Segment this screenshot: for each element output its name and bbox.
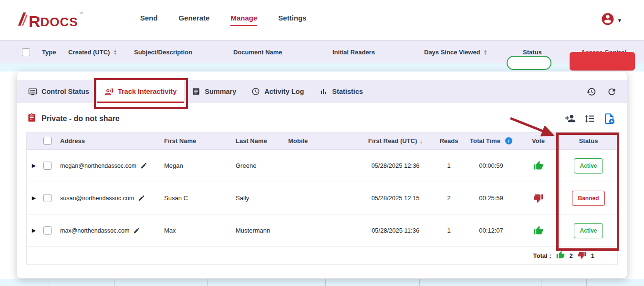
clipboard-icon xyxy=(27,112,36,124)
tab-summary[interactable]: Summary xyxy=(184,80,244,103)
thumbs-down-icon xyxy=(578,251,586,261)
last-name-value: Sally xyxy=(236,194,288,202)
table-row: ▶ susan@northendassoc.com Susan C Sally … xyxy=(27,182,617,214)
vote-thumb-icon xyxy=(518,161,559,171)
add-reader-icon[interactable] xyxy=(565,113,576,124)
first-name-value: Max xyxy=(164,227,236,234)
logo-docs-text: DOCS xyxy=(41,15,78,29)
edit-address-icon[interactable] xyxy=(138,194,145,202)
access-control-button-partially-hidden[interactable] xyxy=(570,52,635,71)
logo-letter-r: R xyxy=(29,14,41,29)
sort-icon[interactable]: ▲▼ xyxy=(113,50,117,55)
document-title: Private - do not share xyxy=(42,114,120,123)
panel-tabs: Control Status Track Interactivity Summa… xyxy=(17,80,627,103)
tab-track-interactivity[interactable]: Track Interactivity xyxy=(97,80,184,103)
nav-settings[interactable]: Settings xyxy=(278,14,306,26)
first-name-value: Susan C xyxy=(164,194,236,202)
header-reads: Reads xyxy=(434,137,464,144)
panel-toolbar xyxy=(586,80,627,103)
nav-send[interactable]: Send xyxy=(140,14,158,26)
sort-icon[interactable]: ▲▼ xyxy=(484,50,488,55)
row-expander-icon[interactable]: ▶ xyxy=(32,227,36,234)
rdocs-logo[interactable]: R DOCS ™ xyxy=(17,11,83,29)
row-expander-icon[interactable]: ▶ xyxy=(32,163,36,169)
address-value: megan@northendassoc.com xyxy=(60,163,136,169)
header-mobile: Mobile xyxy=(288,137,357,144)
track-interactivity-panel: Control Status Track Interactivity Summa… xyxy=(17,72,627,278)
select-all-readers-checkbox[interactable] xyxy=(43,137,52,145)
readers-table: Address First Name Last Name Mobile Firs… xyxy=(26,132,618,265)
chevron-down-icon: ▾ xyxy=(618,17,621,24)
last-name-value: Greene xyxy=(236,162,288,169)
thumbs-down-count: 1 xyxy=(591,252,594,259)
header-first-name: First Name xyxy=(164,137,236,144)
reads-value: 1 xyxy=(434,227,464,234)
logo-wing-icon xyxy=(17,11,28,29)
nav-generate[interactable]: Generate xyxy=(178,14,209,26)
account-menu[interactable]: ▾ xyxy=(601,12,621,28)
status-button-partially-hidden[interactable] xyxy=(507,56,551,70)
col-document-name: Document Name xyxy=(233,41,282,64)
document-title-row: Private - do not share xyxy=(17,103,627,131)
thumbs-up-icon xyxy=(556,251,565,261)
tab-statistics[interactable]: Statistics xyxy=(312,80,370,103)
thumbs-up-count: 2 xyxy=(570,252,573,259)
header-total-time: Total Time i xyxy=(464,137,518,144)
edit-address-icon[interactable] xyxy=(133,227,140,234)
first-name-value: Megan xyxy=(164,162,236,169)
header-vote: Vote xyxy=(518,137,559,144)
total-time-value: 00:00:59 xyxy=(464,162,518,169)
row-expander-icon[interactable]: ▶ xyxy=(32,195,36,201)
status-button[interactable]: Active xyxy=(574,223,602,238)
avatar-icon xyxy=(601,12,615,28)
background-bottom-strip xyxy=(0,279,644,286)
table-row: ▶ max@northendassoc.com Max Mustermann 0… xyxy=(27,214,617,247)
main-nav: Send Generate Manage Settings xyxy=(140,14,307,26)
total-time-value: 00:12:07 xyxy=(464,227,518,234)
sort-desc-icon[interactable]: ↓ xyxy=(419,137,423,145)
tab-activity-log[interactable]: Activity Log xyxy=(244,80,312,103)
edit-address-icon[interactable] xyxy=(140,162,147,169)
vote-thumb-icon xyxy=(518,193,559,203)
reader-actions xyxy=(565,113,617,124)
status-button[interactable]: Banned xyxy=(572,191,604,206)
header-first-read[interactable]: First Read (UTC) ↓ xyxy=(357,137,434,145)
vote-thumb-icon xyxy=(518,225,559,235)
nav-manage[interactable]: Manage xyxy=(230,14,257,26)
sort-list-icon[interactable] xyxy=(584,113,595,124)
col-created-utc[interactable]: Created (UTC) ▲▼ xyxy=(68,41,117,64)
screen: R DOCS ™ Send Generate Manage Settings ▾… xyxy=(0,0,644,286)
row-checkbox[interactable] xyxy=(43,226,52,235)
reads-value: 1 xyxy=(434,162,464,169)
refresh-icon[interactable] xyxy=(607,87,617,97)
table-row: ▶ megan@northendassoc.com Megan Greene 0… xyxy=(27,150,617,182)
tab-control-status[interactable]: Control Status xyxy=(21,80,97,103)
first-read-value: 05/28/2025 12:15 xyxy=(357,194,434,202)
col-type: Type xyxy=(42,41,56,64)
status-button[interactable]: Active xyxy=(574,158,602,174)
select-all-documents-checkbox[interactable] xyxy=(22,48,30,56)
first-read-value: 05/28/2025 12:36 xyxy=(357,162,434,169)
address-value: susan@northendassoc.com xyxy=(60,195,134,202)
info-icon[interactable]: i xyxy=(505,137,512,144)
col-days-since-viewed[interactable]: Days Since Viewed ▲▼ xyxy=(424,41,487,64)
header-status: Status xyxy=(559,137,618,144)
readers-table-header: Address First Name Last Name Mobile Firs… xyxy=(27,133,617,150)
row-checkbox[interactable] xyxy=(43,162,52,170)
address-value: max@northendassoc.com xyxy=(60,227,129,234)
header-last-name: Last Name xyxy=(236,137,288,144)
col-subject-description: Subject/Description xyxy=(134,41,192,64)
reads-value: 2 xyxy=(434,194,464,202)
totals-label: Total : xyxy=(533,252,551,259)
top-bar: R DOCS ™ Send Generate Manage Settings ▾ xyxy=(0,0,644,40)
logo-trademark: ™ xyxy=(79,11,83,16)
vote-totals-row: Total : 2 1 xyxy=(27,247,617,264)
col-initial-readers: Initial Readers xyxy=(332,41,375,64)
header-address: Address xyxy=(60,137,164,144)
history-icon[interactable] xyxy=(586,87,596,97)
last-name-value: Mustermann xyxy=(236,227,288,234)
total-time-value: 00:25:59 xyxy=(464,194,518,202)
row-checkbox[interactable] xyxy=(43,194,52,202)
export-document-icon[interactable] xyxy=(603,113,615,124)
first-read-value: 05/28/2025 11:36 xyxy=(357,227,434,234)
